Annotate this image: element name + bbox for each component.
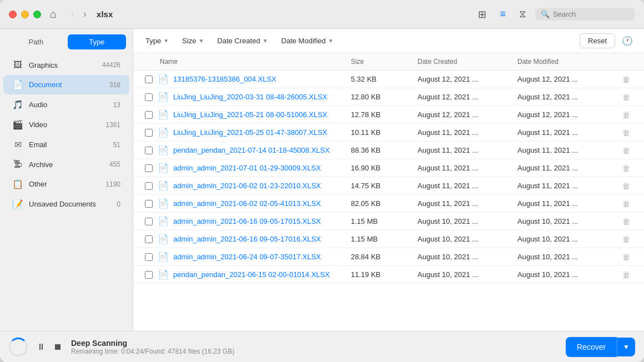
row-checkbox-input-11[interactable]: [145, 271, 153, 279]
row-checkbox-8: [140, 218, 158, 225]
table-row[interactable]: 📄 admin_admin_2021-06-02 02-05-41013.XLS…: [133, 195, 644, 213]
main-layout: Path Type 🖼 Graphics 44426 📄 Document 31…: [0, 29, 644, 331]
row-delete-10: 🗑: [615, 252, 637, 263]
delete-button-1[interactable]: 🗑: [620, 92, 632, 103]
graphics-count: 44426: [102, 61, 120, 69]
recover-button[interactable]: Recover: [566, 337, 617, 357]
delete-button-5[interactable]: 🗑: [620, 163, 632, 174]
row-checkbox-input-4[interactable]: [145, 147, 153, 154]
page-title: xlsx: [97, 9, 113, 19]
row-checkbox-input-6[interactable]: [145, 182, 153, 190]
sidebar-item-email[interactable]: ✉ Email 51: [3, 135, 129, 154]
list-view-button[interactable]: ≡: [495, 6, 510, 22]
delete-button-0[interactable]: 🗑: [620, 74, 632, 85]
delete-button-6[interactable]: 🗑: [620, 180, 632, 192]
row-checkbox-input-10[interactable]: [145, 253, 153, 261]
row-checkbox-input-9[interactable]: [145, 235, 153, 243]
delete-button-8[interactable]: 🗑: [620, 216, 632, 227]
row-delete-6: 🗑: [615, 180, 637, 192]
home-button[interactable]: ⌂: [48, 6, 59, 23]
row-checkbox-input-1[interactable]: [145, 93, 153, 101]
sidebar-item-document[interactable]: 📄 Document 318: [3, 75, 129, 94]
tab-path[interactable]: Path: [7, 34, 66, 49]
row-checkbox-input-3[interactable]: [145, 129, 153, 137]
table-row[interactable]: 📄 admin_admin_2021-06-16 09-05-17015.XLS…: [133, 213, 644, 230]
date-modified-header: Date Modified: [515, 57, 615, 67]
pause-button[interactable]: ⏸: [34, 341, 48, 353]
row-size-10: 28.84 KB: [349, 253, 415, 261]
row-checkbox-input-5[interactable]: [145, 164, 153, 172]
audio-label: Audio: [29, 100, 108, 109]
table-row[interactable]: 📄 13185376-13185386_004.XLSX 5.32 KB Aug…: [133, 71, 644, 88]
table-row[interactable]: 📄 admin_admin_2021-06-16 09-05-17016.XLS…: [133, 230, 644, 248]
sidebar-item-archive[interactable]: 🗜 Archive 455: [3, 155, 129, 174]
date-created-filter-button[interactable]: Date Created ▼: [212, 34, 273, 48]
delete-button-7[interactable]: 🗑: [620, 198, 632, 209]
row-name-7: 📄 admin_admin_2021-06-02 02-05-41013.XLS…: [158, 197, 349, 210]
row-name-3: 📄 LiuJing_LiuJing_2021-05-25 01-47-38007…: [158, 126, 349, 139]
filter-bar: Type ▼ Size ▼ Date Created ▼ Date Modifi…: [133, 29, 644, 53]
delete-button-3[interactable]: 🗑: [620, 127, 632, 138]
stop-button[interactable]: ⏹: [51, 341, 64, 353]
forward-button[interactable]: ›: [80, 6, 90, 22]
delete-button-11[interactable]: 🗑: [620, 269, 632, 280]
file-icon-4: 📄: [158, 145, 169, 155]
row-delete-4: 🗑: [615, 145, 637, 156]
recover-dropdown-button[interactable]: ▼: [617, 338, 635, 356]
row-date-created-10: August 10, 2021 ...: [415, 253, 515, 261]
table-row[interactable]: 📄 admin_admin_2021-06-02 01-23-22010.XLS…: [133, 177, 644, 195]
table-row[interactable]: 📄 LiuJing_LiuJing_2020-03-31 08-48-26005…: [133, 88, 644, 106]
table-row[interactable]: 📄 admin_admin_2021-06-24 09-07-35017.XLS…: [133, 248, 644, 266]
table-row[interactable]: 📄 pendan_pendan_2021-07-14 01-18-45008.X…: [133, 142, 644, 159]
row-date-modified-10: August 10, 2021 ...: [515, 253, 615, 261]
delete-button-10[interactable]: 🗑: [620, 252, 632, 263]
row-size-3: 10.11 KB: [349, 128, 415, 137]
date-modified-chevron-icon: ▼: [328, 38, 334, 44]
row-checkbox-input-7[interactable]: [145, 200, 153, 208]
sidebar-item-graphics[interactable]: 🖼 Graphics 44426: [3, 56, 129, 74]
clock-icon-button[interactable]: 🕐: [617, 33, 637, 48]
minimize-button[interactable]: [21, 11, 29, 18]
close-button[interactable]: [9, 11, 17, 18]
sidebar-item-other[interactable]: 📋 Other 1190: [3, 174, 129, 194]
reset-button[interactable]: Reset: [580, 33, 615, 48]
row-date-created-8: August 10, 2021 ...: [415, 217, 515, 225]
size-filter-button[interactable]: Size ▼: [177, 34, 209, 48]
sidebar-item-unsaved[interactable]: 📝 Unsaved Documents 0: [3, 194, 129, 214]
row-checkbox-input-8[interactable]: [145, 218, 153, 225]
sidebar-item-audio[interactable]: 🎵 Audio 13: [3, 95, 129, 114]
row-checkbox-10: [140, 253, 158, 261]
row-checkbox-input-0[interactable]: [145, 76, 153, 83]
sidebar-item-video[interactable]: 🎬 Video 1361: [3, 115, 129, 134]
date-created-header: Date Created: [415, 57, 515, 67]
row-date-modified-3: August 11, 2021 ...: [515, 128, 615, 137]
date-modified-filter-button[interactable]: Date Modified ▼: [276, 34, 339, 48]
file-icon-0: 📄: [158, 74, 169, 84]
table-row[interactable]: 📄 pendan_pendan_2021-06-15 02-00-01014.X…: [133, 266, 644, 284]
back-button[interactable]: ‹: [68, 6, 78, 22]
fullscreen-button[interactable]: [33, 11, 41, 18]
search-box: 🔍: [535, 8, 635, 21]
type-filter-button[interactable]: Type ▼: [140, 34, 174, 48]
delete-button-2[interactable]: 🗑: [620, 109, 632, 120]
table-header: Name Size Date Created Date Modified: [133, 53, 644, 71]
row-date-created-9: August 10, 2021 ...: [415, 235, 515, 243]
delete-button-4[interactable]: 🗑: [620, 145, 632, 156]
search-input[interactable]: [553, 10, 630, 18]
row-checkbox-6: [140, 182, 158, 190]
tab-type[interactable]: Type: [68, 34, 127, 49]
row-size-5: 16.90 KB: [349, 164, 415, 172]
sidebar-items: 🖼 Graphics 44426 📄 Document 318 🎵 Audio …: [0, 53, 133, 331]
email-icon: ✉: [12, 139, 23, 150]
row-checkbox-input-2[interactable]: [145, 111, 153, 119]
row-size-11: 11.19 KB: [349, 270, 415, 279]
table-row[interactable]: 📄 LiuJing_LiuJing_2021-05-25 01-47-38007…: [133, 124, 644, 142]
filter-button[interactable]: ⧖: [515, 6, 531, 22]
row-checkbox-2: [140, 111, 158, 119]
table-row[interactable]: 📄 LiuJing_LiuJing_2021-05-21 08-00-51006…: [133, 106, 644, 124]
row-checkbox-3: [140, 129, 158, 137]
delete-button-9[interactable]: 🗑: [620, 234, 632, 245]
grid-view-button[interactable]: ⊞: [474, 6, 491, 23]
row-date-created-7: August 11, 2021 ...: [415, 199, 515, 208]
table-row[interactable]: 📄 admin_admin_2021-07-01 01-29-30009.XLS…: [133, 159, 644, 177]
